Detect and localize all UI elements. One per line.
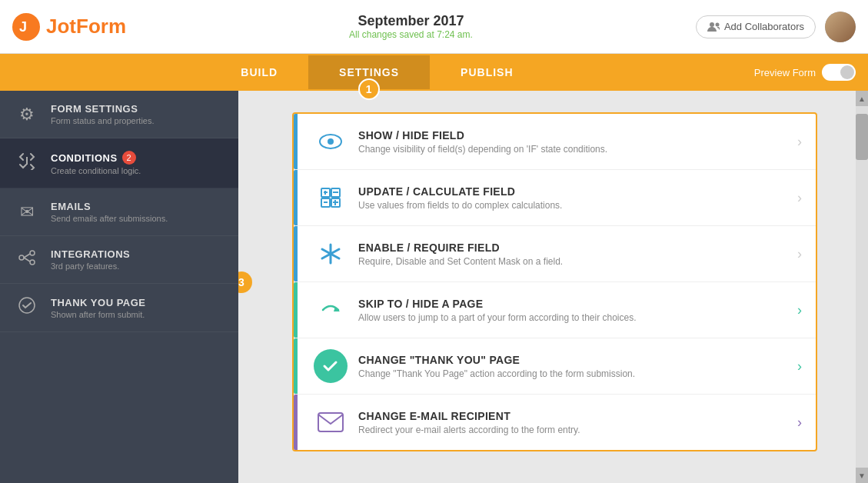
show-hide-field-title: SHOW / HIDE FIELD bbox=[358, 129, 791, 142]
enable-require-chevron-icon: › bbox=[797, 246, 802, 262]
thank-you-check-icon bbox=[15, 296, 38, 319]
option-change-thank-you-page[interactable]: CHANGE "THANK YOU" PAGE Change "Thank Yo… bbox=[294, 338, 816, 395]
change-thank-you-title: CHANGE "THANK YOU" PAGE bbox=[358, 354, 791, 366]
svg-point-7 bbox=[30, 260, 35, 265]
eye-icon bbox=[317, 128, 344, 155]
svg-text:J: J bbox=[19, 19, 27, 35]
email-icon bbox=[317, 411, 344, 433]
calc-icon-wrap bbox=[314, 181, 348, 215]
conditions-icon bbox=[15, 152, 38, 175]
svg-point-2 bbox=[710, 22, 714, 27]
arrow-icon-wrap bbox=[314, 293, 348, 327]
navbar: BUILD SETTINGS 1 PUBLISH Preview Form bbox=[0, 54, 868, 91]
update-calc-chevron-icon: › bbox=[797, 190, 802, 206]
step-badge-1: 1 bbox=[358, 78, 380, 100]
sidebar-item-form-settings-subtitle: Form status and properties. bbox=[51, 116, 155, 125]
sidebar-item-emails-title: EMAILS bbox=[51, 201, 168, 212]
sidebar-item-emails-subtitle: Send emails after submissions. bbox=[51, 214, 168, 223]
option-bar-skip-hide bbox=[294, 282, 298, 338]
option-enable-require-field[interactable]: ENABLE / REQUIRE FIELD Require, Disable … bbox=[294, 226, 816, 282]
sidebar: ⚙ FORM SETTINGS Form status and properti… bbox=[0, 91, 238, 483]
check-circle-icon-wrap bbox=[314, 349, 348, 383]
header-right: Add Collaborators bbox=[696, 12, 856, 42]
sidebar-item-thank-you-page[interactable]: THANK YOU PAGE Shown after form submit. bbox=[0, 284, 238, 332]
content: 3 SHOW / HIDE bbox=[238, 91, 868, 483]
show-hide-field-desc: Change visibility of field(s) depending … bbox=[358, 144, 791, 155]
sidebar-item-conditions-subtitle: Create conditional logic. bbox=[51, 166, 141, 175]
preview-form-toggle[interactable] bbox=[822, 64, 856, 81]
sidebar-item-conditions-title: CONDITIONS bbox=[51, 152, 118, 164]
add-collaborators-button[interactable]: Add Collaborators bbox=[696, 15, 816, 38]
option-change-email-recipient[interactable]: CHANGE E-MAIL RECIPIENT Redirect your e-… bbox=[294, 395, 816, 450]
svg-point-12 bbox=[328, 138, 334, 145]
svg-point-5 bbox=[19, 255, 24, 260]
option-bar-change-thank-you bbox=[294, 338, 298, 394]
header-subtitle: All changes saved at 7:24 am. bbox=[349, 29, 473, 40]
preview-form-label: Preview Form bbox=[754, 67, 816, 78]
option-bar-email-recipient bbox=[294, 395, 298, 450]
arrow-icon bbox=[317, 296, 344, 324]
change-thank-you-desc: Change "Thank You Page" action according… bbox=[358, 368, 791, 379]
asterisk-icon-wrap bbox=[314, 237, 348, 271]
sidebar-item-integrations[interactable]: INTEGRATIONS 3rd party features. bbox=[0, 236, 238, 284]
update-calc-desc: Use values from fields to do complex cal… bbox=[358, 200, 791, 211]
scroll-up-arrow[interactable]: ▲ bbox=[856, 91, 868, 106]
option-bar-show-hide bbox=[294, 114, 298, 169]
sidebar-item-form-settings[interactable]: ⚙ FORM SETTINGS Form status and properti… bbox=[0, 91, 238, 138]
tab-publish[interactable]: PUBLISH bbox=[430, 55, 544, 89]
avatar[interactable] bbox=[825, 12, 856, 42]
email-icon-wrap bbox=[314, 405, 348, 439]
header-title: September 2017 bbox=[349, 13, 473, 29]
svg-rect-27 bbox=[318, 413, 343, 431]
calc-icon bbox=[317, 184, 344, 212]
change-email-desc: Redirect your e-mail alerts according to… bbox=[358, 425, 791, 435]
change-email-title: CHANGE E-MAIL RECIPIENT bbox=[358, 410, 791, 422]
show-hide-chevron-icon: › bbox=[797, 134, 802, 150]
step-badge-3: 3 bbox=[238, 271, 252, 293]
header-center: September 2017 All changes saved at 7:24… bbox=[349, 13, 473, 40]
asterisk-icon bbox=[317, 240, 344, 268]
navbar-right: Preview Form bbox=[754, 64, 868, 81]
enable-require-title: ENABLE / REQUIRE FIELD bbox=[358, 242, 791, 254]
scroll-thumb[interactable] bbox=[856, 114, 868, 160]
jotform-logo-icon: J bbox=[12, 13, 40, 41]
scroll-track bbox=[856, 106, 868, 468]
sidebar-item-conditions[interactable]: CONDITIONS 2 Create conditional logic. bbox=[0, 138, 238, 188]
logo-area: J JotForm bbox=[12, 13, 126, 41]
enable-require-desc: Require, Disable and Set Content Mask on… bbox=[358, 256, 791, 267]
collaborators-icon bbox=[707, 21, 720, 33]
tab-build[interactable]: BUILD bbox=[210, 55, 308, 89]
change-email-chevron-icon: › bbox=[797, 415, 802, 431]
skip-hide-desc: Allow users to jump to a part of your fo… bbox=[358, 312, 791, 323]
sidebar-item-integrations-title: INTEGRATIONS bbox=[51, 248, 130, 260]
skip-hide-chevron-icon: › bbox=[797, 302, 802, 318]
svg-line-9 bbox=[24, 258, 30, 261]
scroll-down-arrow[interactable]: ▼ bbox=[856, 468, 868, 483]
integrations-icon bbox=[15, 249, 38, 271]
skip-hide-title: SKIP TO / HIDE A PAGE bbox=[358, 298, 791, 310]
toggle-knob bbox=[840, 65, 854, 79]
content-inner: 3 SHOW / HIDE bbox=[238, 91, 856, 483]
main: ⚙ FORM SETTINGS Form status and properti… bbox=[0, 91, 868, 483]
sidebar-item-thank-you-subtitle: Shown after form submit. bbox=[51, 310, 146, 319]
option-bar-enable-require bbox=[294, 226, 298, 281]
option-show-hide-field[interactable]: SHOW / HIDE FIELD Change visibility of f… bbox=[294, 114, 816, 170]
header: J JotForm September 2017 All changes sav… bbox=[0, 0, 868, 54]
tab-settings[interactable]: SETTINGS 1 bbox=[308, 55, 430, 89]
option-update-calculate-field[interactable]: UPDATE / CALCULATE FIELD Use values from… bbox=[294, 170, 816, 226]
svg-line-8 bbox=[24, 254, 30, 258]
option-bar-update-calc bbox=[294, 170, 298, 225]
eye-icon-wrap bbox=[314, 125, 348, 158]
svg-point-3 bbox=[715, 22, 719, 26]
content-with-scroll: 3 SHOW / HIDE bbox=[238, 91, 868, 483]
navbar-tabs: BUILD SETTINGS 1 PUBLISH bbox=[0, 55, 754, 89]
gear-icon: ⚙ bbox=[15, 105, 38, 125]
conditions-badge: 2 bbox=[122, 151, 136, 165]
change-thank-you-chevron-icon: › bbox=[797, 358, 802, 375]
scrollbar[interactable]: ▲ ▼ bbox=[856, 91, 868, 483]
check-circle-icon bbox=[319, 355, 342, 378]
sidebar-item-integrations-subtitle: 3rd party features. bbox=[51, 261, 130, 271]
sidebar-item-emails[interactable]: ✉ EMAILS Send emails after submissions. bbox=[0, 188, 238, 236]
logo-text: JotForm bbox=[46, 15, 126, 38]
option-skip-hide-page[interactable]: SKIP TO / HIDE A PAGE Allow users to jum… bbox=[294, 282, 816, 338]
